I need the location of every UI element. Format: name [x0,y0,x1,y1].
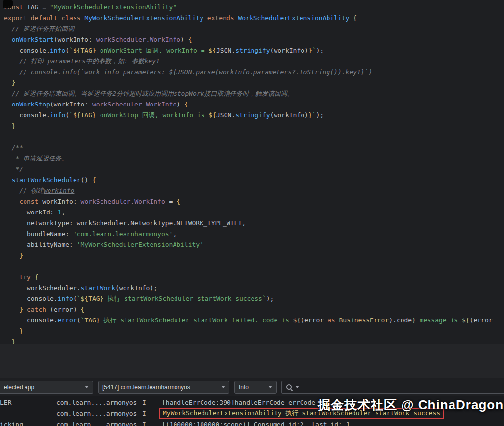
log-tag: icking [0,421,56,426]
log-level: I [142,421,162,426]
code-line[interactable]: workId: 1, [4,207,504,218]
code-line[interactable]: // console.info(`work info parameters: $… [4,67,504,78]
code-line[interactable]: bundleName: 'com.learn.learnharmonyos', [4,229,504,240]
code-line[interactable]: console.info(`${TAG} 执行 startWorkSchedul… [4,293,504,304]
right-margin-guide [494,0,494,344]
code-line[interactable]: startWorkScheduler() { [4,175,504,186]
code-line[interactable] [4,132,504,142]
code-line[interactable]: onWorkStop(workInfo: workScheduler.WorkI… [4,99,504,110]
log-row[interactable]: ickingcom.learn....armonyosI[(100000:100… [0,419,504,426]
log-tag: LER [0,399,56,406]
code-line[interactable]: console.info(`${TAG} onWorkStop 回调, work… [4,110,504,121]
log-message: [handleErrCode:390]handleErrCode errCode [162,399,315,406]
code-line[interactable]: // 打印 parameters中的参数，如: 参数key1 [4,56,504,67]
code-line[interactable]: networkType: workScheduler.NetworkType.N… [4,218,504,229]
log-package: com.learn....armonyos [56,399,142,406]
chevron-down-icon [295,386,299,388]
log-package: com.learn....armonyos [56,410,142,417]
code-line[interactable]: // 创建workinfo [4,186,504,196]
code-line[interactable]: console.error(`TAG} 执行 startWorkSchedule… [4,315,504,326]
process-selector[interactable]: [5417] com.learn.learnharmonyos [98,381,229,394]
code-line[interactable]: // 延迟任务结束回调。当延迟任务2分钟超时或应用调用stopWork接口取消任… [4,88,504,99]
log-message: [(100000:100000:scope)] Consumed id:2, l… [162,421,350,426]
mouse-cursor [3,0,13,8]
code-lines: const TAG = "MyWorkSchedulerExtensionAbi… [4,2,504,344]
log-search-input[interactable] [281,381,504,394]
code-line[interactable]: } [4,337,504,344]
code-line[interactable]: } [4,121,504,132]
log-level-selector-label: Info [239,384,249,391]
code-line[interactable]: onWorkStart(workInfo: workScheduler.Work… [4,34,504,45]
code-line[interactable]: } [4,78,504,88]
log-level: I [142,399,162,406]
code-line[interactable]: const TAG = "MyWorkSchedulerExtensionAbi… [4,2,504,13]
search-icon [286,384,293,391]
code-line[interactable]: try { [4,272,504,283]
device-selector-label: elected app [4,384,34,391]
chevron-down-icon [221,386,225,388]
code-line[interactable] [4,261,504,272]
chevron-down-icon [85,386,89,388]
chevron-down-icon [268,386,272,388]
process-selector-label: [5417] com.learn.learnharmonyos [102,384,190,391]
code-line[interactable]: abilityName: 'MyWorkSchedulerExtensionAb… [4,240,504,250]
device-selector[interactable]: elected app [0,381,93,394]
ide-window: const TAG = "MyWorkSchedulerExtensionAbi… [0,0,504,426]
watermark: 掘金技术社区 @ ChinaDragon [318,397,504,414]
log-package: com.learn....armonyos [56,421,142,426]
code-line[interactable]: } catch (error) { [4,304,504,315]
panel-gap [0,344,504,378]
code-line[interactable]: * 申请延迟任务。 [4,153,504,164]
code-line[interactable]: // 延迟任务开始回调 [4,24,504,34]
code-line[interactable]: console.info(`${TAG} onWorkStart 回调, wor… [4,45,504,56]
code-line[interactable]: export default class MyWorkSchedulerExte… [4,13,504,24]
code-line[interactable]: const workInfo: workScheduler.WorkInfo =… [4,196,504,207]
code-line[interactable]: /** [4,142,504,153]
code-line[interactable]: */ [4,164,504,175]
code-line[interactable]: } [4,326,504,337]
log-level-selector[interactable]: Info [234,381,277,394]
code-editor[interactable]: const TAG = "MyWorkSchedulerExtensionAbi… [0,0,504,344]
code-line[interactable]: workScheduler.startWork(workInfo); [4,283,504,293]
code-line[interactable]: } [4,250,504,261]
hilog-toolbar: elected app [5417] com.learn.learnharmon… [0,378,504,396]
